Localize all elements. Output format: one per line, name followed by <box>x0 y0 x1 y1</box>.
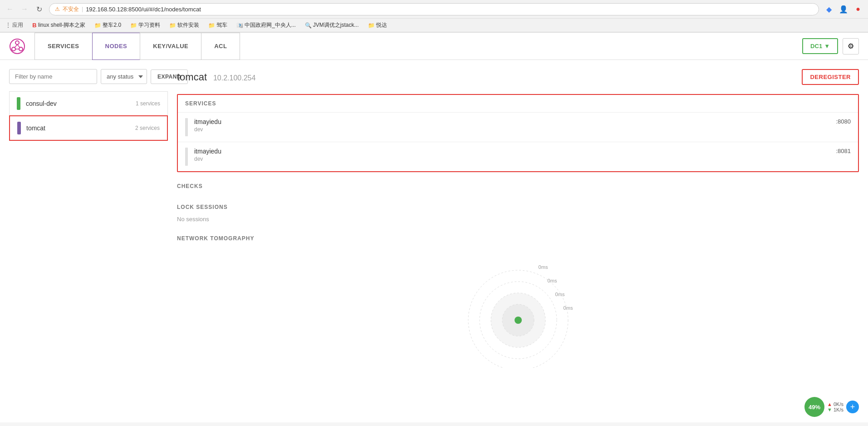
security-icon: ⚠ <box>55 6 60 12</box>
node-list: consul-dev 1 services tomcat 2 services <box>9 91 168 141</box>
services-header: SERVICES <box>178 95 858 112</box>
bookmarks-bar: ⋮ 应用 B linux shell-脚本之家 📁 整车2.0 📁 学习资料 📁… <box>0 19 868 32</box>
browser-chrome: ← → ↻ ⚠ 不安全 | 192.168.50.128:8500/ui/#/d… <box>0 0 868 33</box>
bookmark-shell[interactable]: B linux shell-脚本之家 <box>30 20 87 30</box>
reload-button[interactable]: ↻ <box>33 3 45 15</box>
gear-icon: ⚙ <box>848 42 854 50</box>
network-section: NETWORK TOMOGRAPHY 0ms 0ms 0ms 0ms <box>177 232 859 372</box>
browser-toolbar: ← → ↻ ⚠ 不安全 | 192.168.50.128:8500/ui/#/d… <box>0 0 868 19</box>
status-indicator-green <box>17 97 20 110</box>
service-name-2: itmayiedu <box>194 148 836 155</box>
filter-row: any status passing warning critical EXPA… <box>9 69 168 84</box>
status-indicator-purple <box>17 122 21 134</box>
deregister-button[interactable]: DEREGISTER <box>802 69 859 85</box>
download-value: 1K/s <box>834 407 843 412</box>
node-services-tomcat: 2 services <box>135 125 160 131</box>
service-status-bar-2 <box>185 148 188 166</box>
dc-button[interactable]: DC1 ▼ <box>802 38 838 54</box>
bookmark-china[interactable]: 🇬🇰 中国政府网_中央人... <box>235 20 298 30</box>
node-title-area: tomcat 10.2.100.254 <box>177 71 255 83</box>
content-area: any status passing warning critical EXPA… <box>0 60 868 422</box>
node-name-consul-dev: consul-dev <box>26 100 136 107</box>
right-panel: tomcat 10.2.100.254 DEREGISTER SERVICES … <box>177 69 859 413</box>
no-sessions-text: No sessions <box>177 214 859 224</box>
node-item-consul-dev[interactable]: consul-dev 1 services <box>9 91 168 115</box>
service-port-1: :8080 <box>836 118 851 125</box>
top-nav: SERVICES NODES KEY/VALUE ACL DC1 ▼ ⚙ <box>0 33 868 60</box>
nav-tabs: SERVICES NODES KEY/VALUE ACL <box>34 33 802 60</box>
nav-right: DC1 ▼ ⚙ <box>802 38 859 54</box>
tab-nodes[interactable]: NODES <box>92 33 141 60</box>
forward-button[interactable]: → <box>18 3 31 15</box>
checks-header: CHECKS <box>177 179 859 193</box>
status-select[interactable]: any status passing warning critical <box>101 69 147 84</box>
network-diagram: 0ms 0ms 0ms 0ms <box>427 245 609 372</box>
lock-header: LOCK SESSIONS <box>177 200 859 214</box>
checks-section: CHECKS <box>177 179 859 193</box>
bookmark-software[interactable]: 📁 软件安装 <box>167 20 201 30</box>
service-item-8081[interactable]: itmayiedu dev :8081 <box>178 142 858 171</box>
separator: | <box>82 6 83 12</box>
status-widget: 49% ▲ 0K/s ▼ 1K/s + <box>804 397 859 417</box>
add-button[interactable]: + <box>846 401 859 413</box>
nav-buttons: ← → ↻ <box>4 3 45 15</box>
network-label-0ms-3: 0ms <box>555 292 564 297</box>
logo <box>9 38 25 54</box>
address-bar[interactable]: ⚠ 不安全 | 192.168.50.128:8500/ui/#/dc1/nod… <box>49 3 819 15</box>
node-item-tomcat[interactable]: tomcat 2 services <box>9 115 168 141</box>
node-ip: 10.2.100.254 <box>213 74 255 82</box>
node-title: tomcat <box>177 71 207 83</box>
security-label: 不安全 <box>63 5 79 13</box>
lock-sessions-section: LOCK SESSIONS No sessions <box>177 200 859 224</box>
bookmark-car[interactable]: 📁 整车2.0 <box>93 20 123 30</box>
svg-line-4 <box>15 45 17 48</box>
service-name-1: itmayiedu <box>194 118 836 125</box>
svg-point-1 <box>15 41 19 45</box>
upload-stat: ▲ 0K/s <box>827 401 843 407</box>
service-status-bar-1 <box>185 118 188 136</box>
upload-value: 0K/s <box>834 401 843 407</box>
extensions-button[interactable]: ◆ <box>823 3 835 15</box>
node-services-consul-dev: 1 services <box>136 100 160 107</box>
apps-bookmark[interactable]: ⋮ 应用 <box>4 20 25 30</box>
tab-services[interactable]: SERVICES <box>34 33 93 60</box>
network-stats: ▲ 0K/s ▼ 1K/s <box>827 401 843 412</box>
service-tag-1: dev <box>194 126 836 133</box>
percent-badge: 49% <box>804 397 824 417</box>
network-label-0ms-4: 0ms <box>563 305 573 311</box>
network-header: NETWORK TOMOGRAPHY <box>177 232 859 245</box>
app-container: SERVICES NODES KEY/VALUE ACL DC1 ▼ ⚙ any… <box>0 33 868 422</box>
browser-actions: ◆ 👤 ● <box>823 3 864 15</box>
svg-line-5 <box>17 45 20 48</box>
bookmark-study[interactable]: 📁 学习资料 <box>128 20 162 30</box>
download-stat: ▼ 1K/s <box>827 407 843 412</box>
bookmark-jvm[interactable]: 🔍 JVM调优之jstack... <box>303 20 361 30</box>
service-port-2: :8081 <box>836 148 851 154</box>
network-label-0ms-2: 0ms <box>547 278 557 283</box>
menu-button[interactable]: ● <box>852 3 864 15</box>
back-button[interactable]: ← <box>4 3 16 15</box>
bookmark-yueda[interactable]: 📁 悦达 <box>366 20 389 30</box>
service-info-1: itmayiedu dev <box>194 118 836 133</box>
services-section: SERVICES itmayiedu dev :8080 itmayiedu d <box>177 94 859 172</box>
service-tag-2: dev <box>194 156 836 162</box>
url-text: 192.168.50.128:8500/ui/#/dc1/nodes/tomca… <box>86 6 813 13</box>
dc-label: DC1 <box>810 43 822 50</box>
node-header: tomcat 10.2.100.254 DEREGISTER <box>177 69 859 85</box>
tab-keyvalue[interactable]: KEY/VALUE <box>140 33 201 60</box>
network-label-0ms-1: 0ms <box>538 264 548 270</box>
profile-button[interactable]: 👤 <box>837 3 850 15</box>
node-name-tomcat: tomcat <box>26 124 135 132</box>
settings-button[interactable]: ⚙ <box>843 38 859 54</box>
filter-input[interactable] <box>9 69 97 84</box>
svg-point-11 <box>515 317 522 324</box>
dc-chevron: ▼ <box>824 43 830 50</box>
left-panel: any status passing warning critical EXPA… <box>9 69 168 413</box>
percent-value: 49% <box>809 404 820 411</box>
service-info-2: itmayiedu dev <box>194 148 836 162</box>
tab-acl[interactable]: ACL <box>201 33 240 60</box>
service-item-8080[interactable]: itmayiedu dev :8080 <box>178 112 858 142</box>
bookmark-drive[interactable]: 📁 驾车 <box>206 20 229 30</box>
